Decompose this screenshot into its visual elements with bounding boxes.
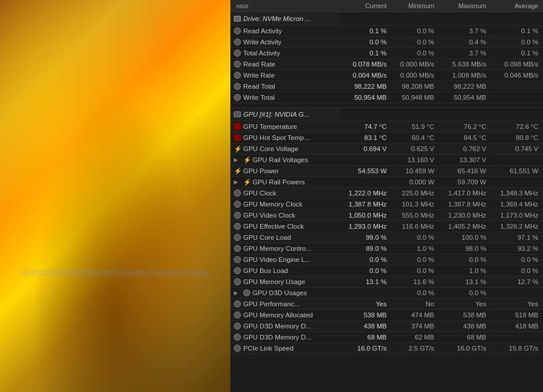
sensor-current: [339, 155, 391, 166]
sensor-average: 1,348.3 MHz: [491, 188, 543, 199]
sensor-icon-circle: [234, 300, 241, 307]
sensor-current: 99.0 %: [339, 232, 391, 243]
sensor-minimum: 0.625 V: [391, 144, 439, 155]
sensor-icon-temp: [234, 134, 241, 141]
sensor-average: 1,369.4 MHz: [491, 199, 543, 210]
expand-arrow[interactable]: ▶: [234, 157, 240, 163]
sensor-label: Read Total: [243, 83, 275, 90]
sensor-table: nsor Current Minimum Maximum Average Dri…: [230, 0, 543, 354]
sensor-minimum: 0.0 %: [391, 232, 439, 243]
sensor-minimum: 1.0 %: [391, 243, 439, 254]
sensor-average: 1,326.2 MHz: [491, 221, 543, 232]
expand-arrow[interactable]: ▶: [234, 179, 240, 185]
sensor-name-cell: GPU Effective Clock: [230, 221, 339, 232]
sensor-label: GPU Performanc...: [243, 300, 300, 307]
sensor-current: 98,222 MB: [339, 81, 391, 92]
sensor-average: 93.2 %: [491, 243, 543, 254]
sensor-icon-circle: [234, 61, 241, 68]
sensor-current: [339, 288, 391, 299]
sensor-current: 0.078 MB/s: [339, 59, 391, 70]
sensor-average: [491, 92, 543, 103]
sensor-name-cell: PCIe Link Speed: [230, 343, 339, 354]
sensor-label: GPU Hot Spot Temp...: [243, 134, 310, 141]
expand-arrow[interactable]: ▶: [234, 290, 240, 296]
sensor-label: GPU Power: [243, 167, 279, 174]
sensor-maximum: 3.7 %: [439, 26, 491, 37]
sensor-average: 0.0 %: [491, 37, 543, 48]
sensor-average: [491, 81, 543, 92]
sensor-minimum: 60.4 °C: [391, 132, 439, 144]
sensor-average: 12.7 %: [491, 276, 543, 288]
sensor-label: PCIe Link Speed: [243, 345, 293, 352]
sensor-table-container: nsor Current Minimum Maximum Average Dri…: [230, 0, 543, 354]
sensor-minimum: 101.3 MHz: [391, 199, 439, 210]
col-current: Current: [339, 0, 391, 12]
sensor-label: GPU Video Clock: [243, 212, 295, 219]
sensor-name-cell: GPU D3D Memory D...: [230, 332, 339, 342]
sensor-current: 1,050.0 MHz: [339, 210, 391, 221]
sensor-icon-circle: [234, 334, 241, 341]
col-maximum: Maximum: [439, 0, 491, 12]
sensor-icon-bolt: ⚡: [243, 178, 250, 186]
sensor-maximum: 100.0 %: [439, 232, 491, 243]
sensor-icon-circle: [234, 38, 241, 46]
sensor-maximum: 0.0 %: [439, 254, 491, 265]
sensor-icon-circle: [234, 245, 241, 252]
sensor-name-cell: Read Rate: [230, 59, 339, 69]
sensor-maximum: 13.307 V: [439, 155, 491, 166]
sensor-current: Yes: [339, 299, 391, 310]
sensor-icon-circle: [234, 312, 241, 318]
sensor-maximum: 1,405.2 MHz: [439, 221, 491, 232]
sensor-icon-circle: [234, 278, 241, 285]
sensor-minimum: 374 MB: [391, 321, 439, 332]
sensor-icon-circle: [243, 289, 250, 296]
sensor-label: GPU Temperature: [243, 123, 297, 130]
sensor-minimum: 2.5 GT/s: [391, 343, 439, 354]
gpu-icon: [234, 111, 241, 117]
sensor-icon-circle: [234, 27, 241, 34]
sensor-label: GPU Memory Usage: [243, 278, 305, 285]
sensor-minimum: 0.0 %: [391, 48, 439, 59]
sensor-current: 1,293.0 MHz: [339, 221, 391, 232]
sensor-label: Read Rate: [243, 61, 275, 68]
sensor-average: 0.745 V: [491, 144, 543, 155]
sensor-name-cell: GPU Memory Usage: [230, 276, 339, 287]
sensor-maximum: 1,417.0 MHz: [439, 188, 491, 199]
sensor-average: 1,173.0 MHz: [491, 210, 543, 221]
sensor-maximum: 13.1 %: [439, 276, 491, 288]
col-average: Average: [491, 0, 543, 12]
sensor-label: GPU Memory Contro...: [243, 245, 311, 252]
sensor-name-cell: GPU Performanc...: [230, 299, 339, 309]
sensor-name-cell: ▶ ⚡ GPU Rail Powers: [230, 177, 339, 187]
sensor-label: GPU Clock: [243, 190, 276, 197]
sensor-current: 438 MB: [339, 321, 391, 332]
sensor-minimum: 0.000 MB/s: [391, 59, 439, 70]
sensor-name-cell: GPU Memory Allocated: [230, 310, 339, 320]
sensor-name-cell: GPU Temperature: [230, 121, 339, 132]
sensor-average: 72.6 °C: [491, 121, 543, 132]
sensor-maximum: 0.762 V: [439, 144, 491, 155]
sensor-icon-bolt: ⚡: [243, 156, 250, 163]
sensor-minimum: No: [391, 299, 439, 310]
sensor-maximum: 59.709 W: [439, 177, 491, 188]
sensor-label: GPU Memory Clock: [243, 201, 303, 208]
sensor-label: GPU Effective Clock: [243, 223, 304, 230]
sensor-icon-circle: [234, 212, 241, 219]
sensor-panel[interactable]: nsor Current Minimum Maximum Average Dri…: [230, 0, 543, 392]
section-header-cell: GPU [#1]: NVIDIA G...: [230, 108, 339, 121]
sensor-maximum: 1,387.8 MHz: [439, 199, 491, 210]
sensor-current: 538 MB: [339, 310, 391, 321]
sensor-icon-temp: [234, 123, 241, 130]
sensor-minimum: 0.0 %: [391, 37, 439, 48]
sensor-name-cell: GPU Video Clock: [230, 210, 339, 220]
sensor-current: 1,222.0 MHz: [339, 188, 391, 199]
sensor-average: 0.098 MB/s: [491, 59, 543, 70]
sensor-name-cell: GPU D3D Memory D...: [230, 321, 339, 331]
sensor-name-cell: ⚡ GPU Power: [230, 166, 339, 176]
sensor-icon-circle: [234, 83, 241, 90]
sensor-minimum: 555.0 MHz: [391, 210, 439, 221]
sensor-label: Write Rate: [243, 72, 275, 79]
sensor-maximum: 1.0 %: [439, 265, 491, 276]
sensor-minimum: 98,208 MB: [391, 81, 439, 92]
sensor-current: 1,387.8 MHz: [339, 199, 391, 210]
